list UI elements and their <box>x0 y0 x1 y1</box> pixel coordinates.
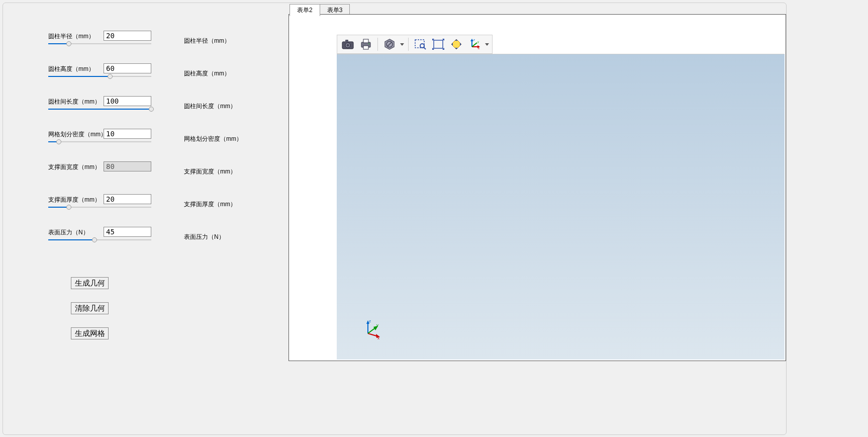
generate-geometry-button[interactable]: 生成几何 <box>71 277 109 289</box>
viewport-container: zyx z x y <box>288 14 786 361</box>
toolbar-separator <box>408 38 409 51</box>
svg-line-29 <box>472 43 477 47</box>
support-width-input <box>104 161 151 171</box>
height-input[interactable] <box>104 63 151 73</box>
radius-slider[interactable] <box>48 42 151 47</box>
print-icon[interactable] <box>357 36 374 52</box>
model-canvas[interactable]: z x y <box>337 54 785 360</box>
chevron-down-icon[interactable] <box>399 43 405 46</box>
slider-fill <box>48 109 151 110</box>
triad-icon[interactable]: zyx <box>466 36 483 52</box>
zoom-extents-icon[interactable] <box>430 36 447 52</box>
svg-rect-5 <box>363 39 368 43</box>
svg-rect-15 <box>434 40 443 48</box>
svg-point-13 <box>420 44 424 48</box>
chevron-down-icon[interactable] <box>484 43 490 46</box>
support-thickness-input[interactable] <box>104 194 151 204</box>
readout-labels: 圆柱半径（mm） 圆柱高度（mm） 圆柱间长度（mm） 网格划分密度（mm） 支… <box>184 33 242 262</box>
length-slider[interactable] <box>48 107 151 112</box>
readout-label: 圆柱半径（mm） <box>184 33 242 66</box>
block-icon[interactable] <box>381 36 398 52</box>
clear-geometry-button[interactable]: 清除几何 <box>71 302 109 314</box>
readout-label: 网格划分密度（mm） <box>184 131 242 164</box>
axis-triad: z x y <box>362 319 382 339</box>
svg-rect-6 <box>363 46 368 49</box>
generate-mesh-button[interactable]: 生成网格 <box>71 327 109 339</box>
param-label: 网格划分密度（mm） <box>48 130 107 139</box>
svg-rect-1 <box>345 40 348 42</box>
zoom-select-icon[interactable] <box>412 36 429 52</box>
slider-fill <box>48 76 110 77</box>
svg-text:z: z <box>473 39 475 41</box>
svg-point-3 <box>347 44 349 47</box>
svg-line-14 <box>424 47 426 49</box>
zoom-fit-icon[interactable] <box>448 36 465 52</box>
svg-text:x: x <box>478 47 479 50</box>
mesh-density-input[interactable] <box>104 129 151 139</box>
param-label: 表面压力（N） <box>48 228 89 237</box>
axis-y-label: y <box>376 323 378 327</box>
height-slider[interactable] <box>48 74 151 79</box>
readout-label: 表面压力（N） <box>184 229 242 262</box>
param-label: 圆柱半径（mm） <box>48 32 94 41</box>
slider-thumb[interactable] <box>66 41 71 46</box>
slider-thumb[interactable] <box>92 237 97 242</box>
svg-point-7 <box>368 43 369 44</box>
viewport-toolbar: zyx <box>337 35 493 54</box>
tab-form2[interactable]: 表单2 <box>290 4 320 16</box>
readout-label: 圆柱间长度（mm） <box>184 99 242 131</box>
radius-input[interactable] <box>104 31 151 41</box>
slider-track <box>48 141 151 142</box>
action-buttons: 生成几何 清除几何 生成网格 <box>71 277 109 353</box>
surface-pressure-slider[interactable] <box>48 238 151 243</box>
readout-label: 圆柱高度（mm） <box>184 66 242 99</box>
slider-fill <box>48 239 94 240</box>
support-thickness-slider[interactable] <box>48 205 151 210</box>
axis-z-label: z <box>369 319 371 323</box>
slider-thumb[interactable] <box>56 139 61 144</box>
slider-fill <box>48 207 69 208</box>
svg-text:y: y <box>477 40 479 43</box>
mesh-density-slider[interactable] <box>48 140 151 145</box>
param-label: 支撑面宽度（mm） <box>48 163 101 171</box>
slider-thumb[interactable] <box>66 205 71 210</box>
readout-label: 支撑面宽度（mm） <box>184 164 242 197</box>
param-label: 圆柱间长度（mm） <box>48 98 101 106</box>
slider-fill <box>48 43 69 44</box>
axis-x-label: x <box>377 336 379 339</box>
svg-marker-11 <box>400 43 404 46</box>
toolbar-separator <box>377 38 378 51</box>
slider-thumb[interactable] <box>108 74 113 79</box>
camera-icon[interactable] <box>339 36 356 52</box>
length-input[interactable] <box>104 96 151 106</box>
param-label: 支撑面厚度（mm） <box>48 196 101 204</box>
slider-thumb[interactable] <box>149 107 154 112</box>
surface-pressure-input[interactable] <box>104 227 151 237</box>
param-label: 圆柱高度（mm） <box>48 65 94 73</box>
readout-label: 支撑面厚度（mm） <box>184 197 242 229</box>
svg-marker-33 <box>485 43 489 46</box>
main-panel: 圆柱半径（mm） 圆柱高度（mm） 圆柱间长度（mm） <box>3 3 787 435</box>
